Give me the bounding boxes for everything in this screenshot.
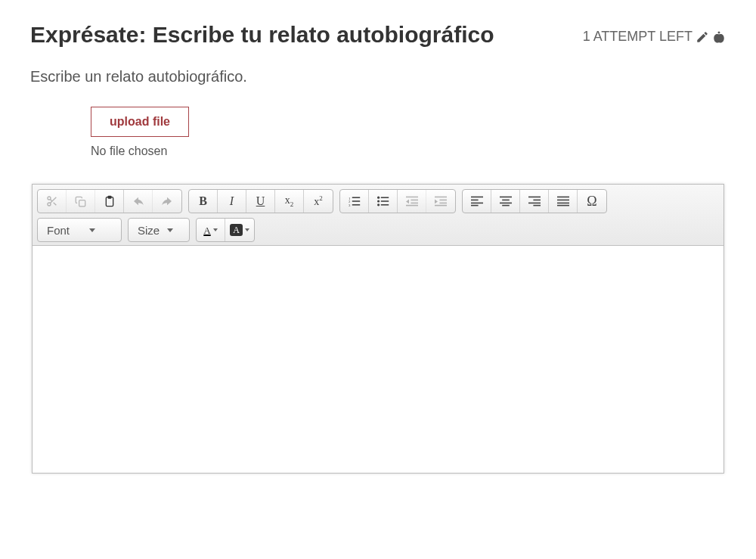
svg-rect-38: [533, 205, 541, 207]
italic-button[interactable]: I: [218, 190, 246, 213]
svg-rect-16: [380, 204, 388, 206]
svg-text:3: 3: [349, 203, 351, 207]
caret-down-icon: [167, 228, 173, 232]
paste-button[interactable]: [95, 190, 124, 213]
subscript-icon: x2: [285, 194, 294, 208]
caret-down-icon: [213, 228, 218, 231]
svg-rect-30: [471, 205, 479, 207]
svg-rect-12: [380, 197, 388, 198]
svg-rect-28: [471, 200, 479, 201]
svg-rect-33: [500, 203, 512, 204]
indent-icon: [435, 196, 447, 207]
svg-rect-37: [528, 203, 541, 204]
underline-button[interactable]: U: [246, 190, 275, 213]
background-color-button[interactable]: A: [225, 219, 254, 241]
svg-rect-29: [471, 203, 483, 204]
toolbar-group-color: A A: [196, 218, 255, 242]
align-right-button[interactable]: [520, 190, 549, 213]
svg-rect-35: [528, 197, 541, 198]
size-combo-label: Size: [138, 224, 160, 237]
toolbar-group-clipboard: [37, 189, 182, 213]
subscript-button[interactable]: x2: [275, 190, 304, 213]
upload-area: upload file No file chosen: [91, 107, 726, 158]
svg-rect-10: [352, 204, 359, 206]
text-color-icon: A: [203, 225, 210, 235]
indent-button[interactable]: [426, 190, 455, 213]
svg-rect-22: [435, 197, 447, 198]
numbered-list-icon: 123: [349, 196, 361, 207]
toolbar-group-align: Ω: [462, 189, 607, 213]
superscript-icon: x2: [314, 194, 323, 208]
svg-rect-25: [435, 205, 447, 207]
svg-rect-17: [406, 197, 418, 198]
svg-rect-6: [352, 197, 359, 198]
svg-rect-2: [79, 200, 85, 206]
svg-rect-8: [352, 200, 359, 202]
bulleted-list-button[interactable]: [369, 190, 398, 213]
align-left-button[interactable]: [463, 190, 491, 213]
svg-rect-34: [502, 205, 510, 207]
attempts-left: 1 ATTEMPT LEFT: [583, 21, 726, 45]
svg-rect-14: [380, 200, 388, 202]
size-combo[interactable]: Size: [128, 218, 190, 242]
align-justify-button[interactable]: [549, 190, 578, 213]
outdent-button[interactable]: [398, 190, 426, 213]
align-center-icon: [500, 196, 512, 207]
svg-rect-32: [502, 200, 510, 201]
bulleted-list-icon: [377, 196, 389, 207]
redo-icon: [160, 196, 174, 207]
svg-rect-41: [557, 203, 569, 204]
toolbar-group-text: B I U x2 x2: [188, 189, 333, 213]
svg-rect-18: [411, 200, 418, 201]
redo-button[interactable]: [153, 190, 181, 213]
svg-rect-27: [471, 197, 483, 198]
font-combo-label: Font: [47, 224, 70, 237]
clipboard-icon: [104, 195, 116, 207]
svg-rect-40: [557, 200, 569, 201]
superscript-button[interactable]: x2: [304, 190, 333, 213]
numbered-list-button[interactable]: 123: [340, 190, 369, 213]
svg-rect-36: [533, 200, 541, 201]
align-center-button[interactable]: [491, 190, 520, 213]
align-justify-icon: [557, 196, 569, 207]
svg-rect-23: [439, 200, 447, 201]
scissors-icon: [46, 195, 58, 207]
align-right-icon: [528, 196, 541, 207]
upload-file-status: No file chosen: [91, 144, 726, 158]
svg-marker-26: [435, 200, 438, 204]
background-color-icon: A: [230, 224, 243, 236]
align-left-icon: [471, 196, 483, 207]
cut-button[interactable]: [38, 190, 67, 213]
rich-text-editor: B I U x2 x2 123: [32, 184, 724, 474]
undo-icon: [132, 196, 145, 207]
special-char-button[interactable]: Ω: [578, 190, 606, 213]
undo-button[interactable]: [124, 190, 153, 213]
svg-rect-4: [108, 196, 111, 198]
copy-icon: [75, 196, 86, 207]
attempts-left-label: 1 ATTEMPT LEFT: [583, 29, 692, 45]
editor-toolbar: B I U x2 x2 123: [33, 185, 723, 246]
outdent-icon: [406, 196, 418, 207]
svg-rect-19: [411, 203, 418, 204]
page-title: Exprésate: Escribe tu relato autobiográf…: [30, 21, 494, 48]
caret-down-icon: [245, 228, 249, 231]
editor-content-area[interactable]: [33, 246, 723, 473]
svg-rect-42: [557, 205, 569, 207]
copy-button[interactable]: [67, 190, 95, 213]
bold-button[interactable]: B: [189, 190, 218, 213]
caret-down-icon: [89, 228, 95, 232]
svg-rect-31: [500, 197, 512, 198]
svg-marker-21: [406, 200, 409, 204]
svg-point-1: [48, 203, 51, 206]
pencil-icon: [696, 30, 709, 44]
toolbar-group-list: 123: [339, 189, 456, 213]
font-combo[interactable]: Font: [37, 218, 122, 242]
apple-icon: [712, 30, 726, 44]
svg-point-15: [377, 203, 380, 206]
text-color-button[interactable]: A: [197, 219, 225, 241]
upload-file-button[interactable]: upload file: [91, 107, 189, 137]
svg-rect-24: [439, 203, 447, 204]
svg-rect-39: [557, 197, 569, 198]
svg-rect-20: [406, 205, 418, 207]
svg-point-13: [377, 200, 380, 202]
